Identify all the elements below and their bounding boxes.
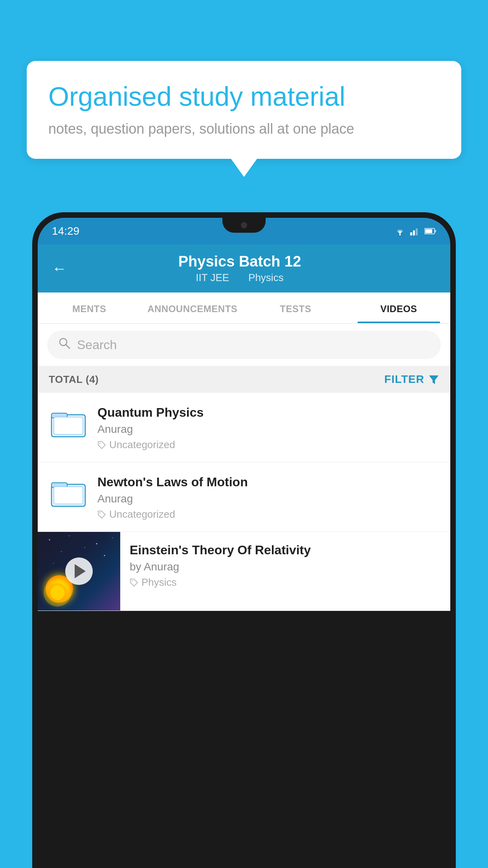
svg-point-0 [399,234,401,235]
status-icons [394,227,436,235]
header-subtitle: IIT JEE Physics [79,272,401,284]
svg-point-13 [99,443,101,444]
app-header: ← Physics Batch 12 IIT JEE Physics [38,245,450,292]
video-list: Quantum Physics Anurag Uncategorized [38,393,450,611]
svg-rect-2 [413,230,415,235]
tag-icon-1 [97,441,106,449]
back-button[interactable]: ← [52,260,67,277]
tabs-bar: MENTS ANNOUNCEMENTS TESTS VIDEOS [38,292,450,324]
video-info-2: Newton's Laws of Motion Anurag Uncategor… [97,473,439,520]
svg-point-23 [104,555,105,556]
video-author-1: Anurag [97,423,439,436]
video-tag-text-2: Uncategorized [109,508,175,520]
status-time: 14:29 [52,225,79,237]
svg-rect-3 [416,228,418,235]
filter-bar: TOTAL (4) FILTER [38,366,450,393]
tab-ments[interactable]: MENTS [38,292,141,323]
video-tag-text-3: Physics [141,576,177,588]
svg-point-29 [132,580,133,581]
svg-rect-16 [54,487,83,504]
svg-point-21 [112,537,113,538]
video-title-2: Newton's Laws of Motion [97,475,439,489]
video-tag-3: Physics [130,576,441,588]
signal-icon [410,227,420,235]
phone-frame: 14:29 [32,212,456,868]
play-triangle-icon [75,564,86,578]
folder-thumb-2 [49,473,88,513]
svg-point-28 [50,586,64,600]
svg-point-20 [96,543,97,544]
svg-rect-6 [435,230,436,232]
svg-point-25 [53,563,54,564]
tag-icon-2 [97,510,106,519]
video-info-1: Quantum Physics Anurag Uncategorized [97,404,439,451]
play-button-3[interactable] [65,557,93,585]
video-tag-text-1: Uncategorized [109,439,175,451]
notch [222,218,266,233]
camera [241,222,247,228]
filter-button[interactable]: FILTER [384,373,439,386]
total-count: TOTAL (4) [49,373,99,386]
video-title-3: Einstein's Theory Of Relativity [130,543,441,557]
folder-thumb-1 [49,404,88,443]
folder-icon [51,406,86,441]
header-tag1: IIT JEE [196,272,229,283]
video-title-1: Quantum Physics [97,405,439,420]
phone-screen: 14:29 [38,218,450,868]
filter-funnel-icon [428,374,439,385]
video-tag-1: Uncategorized [97,439,439,451]
wifi-icon [394,227,405,235]
svg-rect-12 [54,417,83,434]
speech-bubble: Organised study material notes, question… [27,61,461,159]
svg-rect-1 [410,232,412,235]
search-bar[interactable]: Search [47,331,441,359]
search-icon [58,337,71,353]
status-bar: 14:29 [38,218,450,245]
tag-icon-3 [130,578,138,587]
video-thumbnail-3 [38,532,120,611]
video-info-3: Einstein's Theory Of Relativity by Anura… [120,532,450,600]
filter-label: FILTER [384,373,424,386]
bubble-title: Organised study material [48,81,440,113]
svg-point-19 [69,535,70,536]
header-center: Physics Batch 12 IIT JEE Physics [79,253,401,284]
tab-tests[interactable]: TESTS [244,292,347,323]
svg-point-24 [84,547,85,548]
svg-line-8 [66,345,70,348]
search-input[interactable]: Search [77,338,117,352]
svg-point-17 [99,512,101,513]
video-tag-2: Uncategorized [97,508,439,520]
svg-point-22 [61,551,62,552]
battery-icon [424,228,436,235]
svg-point-18 [49,539,50,541]
list-item[interactable]: Newton's Laws of Motion Anurag Uncategor… [38,462,450,532]
bubble-subtitle: notes, question papers, solutions all at… [48,121,440,137]
svg-marker-9 [429,375,438,384]
header-tag2: Physics [248,272,284,283]
header-title: Physics Batch 12 [79,253,401,270]
folder-icon [51,475,86,511]
tab-announcements[interactable]: ANNOUNCEMENTS [141,292,244,323]
tab-videos[interactable]: VIDEOS [347,292,451,323]
video-author-2: Anurag [97,493,439,505]
list-item[interactable]: Quantum Physics Anurag Uncategorized [38,393,450,462]
search-container: Search [38,324,450,366]
list-item[interactable]: Einstein's Theory Of Relativity by Anura… [38,532,450,611]
video-author-3: by Anurag [130,561,441,573]
svg-rect-5 [425,229,432,233]
